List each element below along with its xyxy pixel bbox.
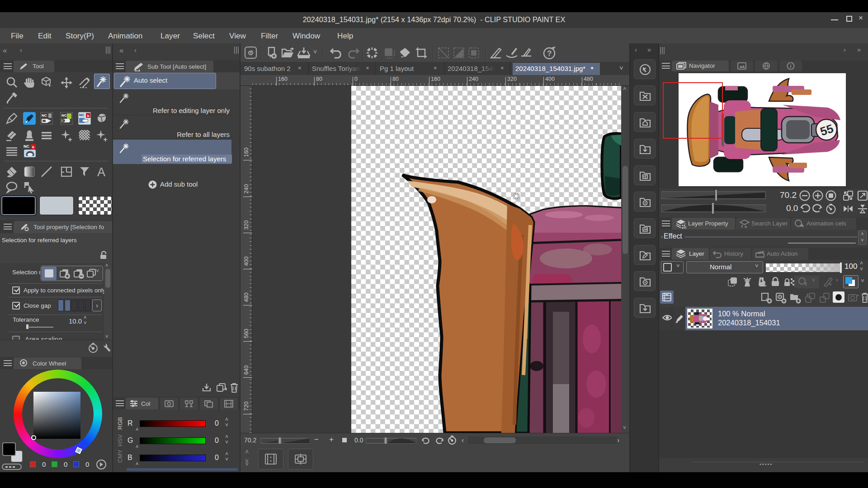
svg-text:NC: NC (61, 113, 67, 117)
svg-text:NC: NC (42, 113, 47, 117)
svg-text:NC: NC (24, 144, 29, 149)
svg-text:NC: NC (79, 113, 85, 117)
svg-text:?: ? (547, 49, 552, 58)
svg-text:b: b (32, 145, 34, 149)
svg-text:A: A (97, 165, 105, 178)
svg-text:b: b (87, 114, 90, 118)
